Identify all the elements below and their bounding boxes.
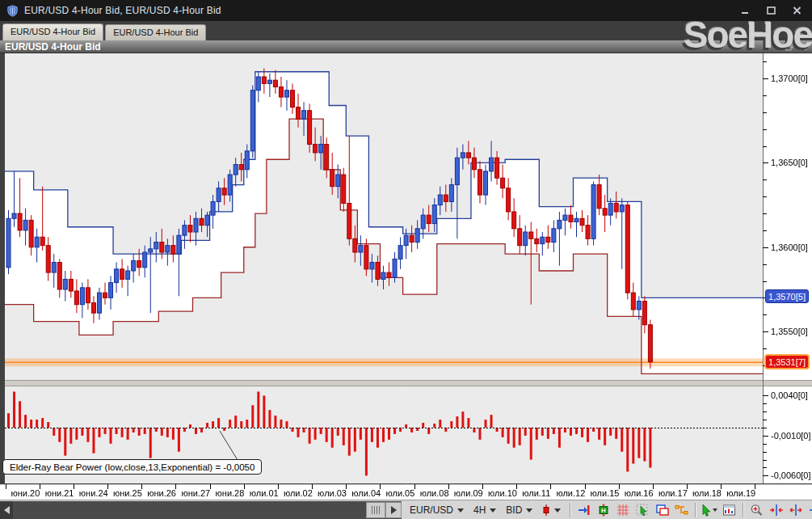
indicator-tooltip: Elder-Ray Bear Power (low,close,13,Expon… — [2, 459, 262, 475]
grid-toggle-icon — [616, 504, 629, 517]
panel-restore-icon[interactable] — [785, 42, 793, 53]
chart-settings-icon — [722, 504, 736, 517]
toolbar-button-new-chart-window[interactable] — [653, 502, 671, 518]
toolbar-button-chart-settings[interactable] — [720, 502, 738, 518]
maximize-icon[interactable] — [762, 4, 780, 17]
price-chart-canvas[interactable] — [0, 53, 812, 500]
compress-horizontal-icon — [769, 504, 784, 517]
toolbar-button-auto-scale[interactable]: H — [595, 502, 612, 518]
chevron-down-icon — [490, 508, 496, 513]
scrollbar-track[interactable] — [13, 501, 366, 519]
toolbar-separator — [743, 503, 743, 517]
last-price-badge-label: 1,3531[7] — [768, 357, 806, 367]
toolbar-button-pointer-tool[interactable] — [701, 502, 718, 518]
tab-eurusd-2[interactable]: EUR/USD 4-Hour Bid — [105, 24, 206, 40]
toolbar-separator — [695, 503, 696, 517]
chevron-down-icon — [457, 508, 464, 513]
indicator-tooltip-text: Elder-Ray Bear Power (low,close,13,Expon… — [10, 462, 255, 472]
toolbar-button-expand-horizontal[interactable] — [787, 502, 805, 518]
tab-eurusd-1[interactable]: EUR/USD 4-Hour Bid — [2, 23, 103, 40]
toolbar-button-zoom-in[interactable] — [748, 502, 766, 518]
tab-label: EUR/USD 4-Hour Bid — [11, 27, 95, 36]
price-type-dropdown-label: BID — [506, 504, 522, 516]
expand-vertical-icon — [808, 504, 812, 517]
chevron-down-icon — [554, 508, 561, 513]
last-price-badge: 1,3531[7] — [765, 355, 809, 369]
zoom-in-icon — [750, 504, 764, 517]
bottom-toolbar: EUR/USD 4H BID HHHH — [0, 500, 812, 519]
link-charts-icon — [675, 504, 688, 517]
symbol-dropdown-label: EUR/USD — [410, 504, 453, 516]
toolbar-separator — [570, 503, 570, 517]
svg-text:H: H — [601, 507, 606, 514]
toolbar-button-grid-toggle[interactable] — [614, 502, 632, 518]
candlestick-icon — [542, 504, 550, 516]
close-icon[interactable] — [788, 4, 806, 17]
price-type-dropdown[interactable]: BID — [502, 503, 536, 517]
channel-price-badge-label: 1,3570[5] — [768, 292, 806, 302]
chart-panel-header: EUR/USD 4-Hour Bid — [0, 40, 812, 53]
expand-horizontal-icon — [789, 504, 803, 517]
toolbar-button-crosshair-mode[interactable] — [633, 502, 651, 518]
toolbar-button-compress-horizontal[interactable] — [768, 502, 785, 518]
scroll-right-icon[interactable] — [385, 502, 402, 518]
title-bar: EUR/USD 4-Hour Bid, EUR/USD 4-Hour Bid — [0, 0, 812, 21]
timeframe-dropdown[interactable]: 4H — [469, 503, 500, 517]
tab-strip: EUR/USD 4-Hour Bid EUR/USD 4-Hour Bid — [0, 21, 812, 40]
toolbar-button-link-charts[interactable] — [672, 502, 690, 518]
tab-overflow-icon[interactable] — [796, 32, 804, 36]
timeframe-dropdown-label: 4H — [473, 504, 486, 516]
horizontal-scrollbar[interactable] — [0, 501, 402, 519]
app-shield-icon — [6, 5, 19, 17]
chevron-down-icon — [526, 508, 532, 513]
scroll-left-icon[interactable] — [0, 501, 13, 519]
chart-region: 1,3570[5] 1,3531[7] Elder-Ray Bear Power… — [0, 53, 812, 500]
minimize-icon[interactable] — [736, 4, 754, 17]
jump-to-latest-icon — [577, 504, 591, 517]
scrollbar-thumb[interactable] — [366, 502, 385, 518]
auto-scale-icon: H — [597, 504, 610, 517]
symbol-dropdown[interactable]: EUR/USD — [406, 503, 468, 517]
channel-price-badge: 1,3570[5] — [765, 289, 809, 303]
crosshair-mode-icon — [636, 504, 650, 517]
pointer-tool-icon — [701, 504, 718, 517]
toolbar-button-expand-vertical[interactable] — [806, 502, 812, 518]
new-chart-window-icon — [655, 504, 669, 517]
window-title: EUR/USD 4-Hour Bid, EUR/USD 4-Hour Bid — [24, 5, 736, 16]
toolbar-button-jump-to-latest[interactable] — [575, 502, 593, 518]
chart-type-dropdown[interactable] — [538, 503, 565, 517]
chart-panel-title: EUR/USD 4-Hour Bid — [5, 41, 101, 53]
application-window: EUR/USD 4-Hour Bid, EUR/USD 4-Hour Bid E… — [0, 0, 812, 519]
panel-close-icon[interactable] — [799, 42, 807, 53]
tab-label: EUR/USD 4-Hour Bid — [113, 27, 198, 37]
